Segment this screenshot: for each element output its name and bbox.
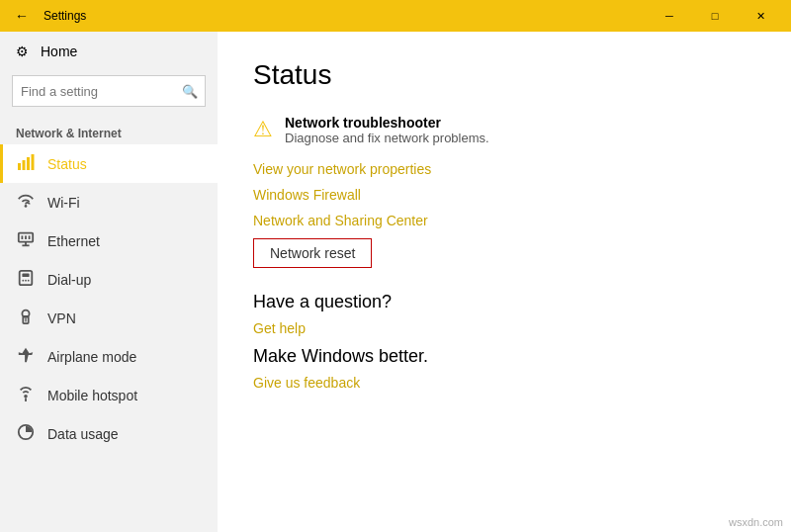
windows-firewall-link[interactable]: Windows Firewall	[253, 187, 755, 203]
page-title: Status	[253, 59, 755, 91]
sidebar-item-airplane[interactable]: Airplane mode	[0, 337, 218, 376]
sidebar-home-label: Home	[41, 44, 77, 59]
status-icon	[16, 153, 36, 174]
svg-rect-2	[27, 157, 30, 170]
svg-point-14	[25, 280, 27, 282]
sidebar-item-dialup-label: Dial-up	[47, 272, 91, 288]
titlebar: ← Settings ─ □ ✕	[0, 0, 791, 32]
vpn-icon	[16, 308, 36, 328]
svg-rect-3	[32, 154, 35, 170]
svg-rect-12	[22, 274, 29, 278]
sidebar-item-hotspot[interactable]: Mobile hotspot	[0, 376, 218, 414]
wifi-icon	[16, 192, 36, 213]
svg-rect-11	[20, 271, 33, 285]
data-usage-icon	[16, 423, 36, 444]
back-button[interactable]: ←	[8, 2, 36, 30]
home-icon: ⚙	[16, 44, 29, 59]
sidebar-item-status-label: Status	[47, 156, 87, 172]
watermark: wsxdn.com	[729, 516, 783, 528]
sidebar-item-vpn[interactable]: VPN	[0, 299, 218, 337]
sidebar-item-wifi-label: Wi-Fi	[47, 195, 80, 211]
sidebar-item-vpn-label: VPN	[47, 310, 76, 326]
make-better-heading: Make Windows better.	[253, 346, 755, 367]
get-help-link[interactable]: Get help	[253, 320, 755, 336]
sidebar-item-dialup[interactable]: Dial-up	[0, 260, 218, 299]
troubleshooter-text: Network troubleshooter Diagnose and fix …	[285, 115, 489, 145]
svg-point-13	[22, 280, 24, 282]
svg-rect-10	[29, 235, 31, 239]
app-body: ⚙ Home 🔍 Network & Internet Status	[0, 32, 791, 532]
sidebar-search-container: 🔍	[12, 75, 206, 107]
sidebar-item-status[interactable]: Status	[0, 144, 218, 183]
svg-point-4	[25, 205, 28, 208]
view-properties-link[interactable]: View your network properties	[253, 161, 755, 177]
sidebar-item-home[interactable]: ⚙ Home	[0, 32, 218, 71]
main-content: Status ⚠ Network troubleshooter Diagnose…	[218, 32, 791, 532]
sidebar-item-data[interactable]: Data usage	[0, 414, 218, 453]
airplane-icon	[16, 346, 36, 367]
search-input[interactable]	[12, 75, 206, 107]
sidebar-section-label: Network & Internet	[0, 119, 218, 144]
svg-rect-9	[25, 235, 27, 239]
hotspot-icon	[16, 385, 36, 405]
warning-icon: ⚠	[253, 117, 273, 142]
network-reset-button[interactable]: Network reset	[253, 238, 372, 268]
have-question-heading: Have a question?	[253, 292, 755, 312]
troubleshooter-block: ⚠ Network troubleshooter Diagnose and fi…	[253, 115, 755, 145]
sharing-center-link[interactable]: Network and Sharing Center	[253, 213, 755, 228]
svg-point-15	[28, 280, 30, 282]
svg-rect-0	[18, 163, 21, 170]
sidebar: ⚙ Home 🔍 Network & Internet Status	[0, 32, 218, 532]
dialup-icon	[16, 269, 36, 290]
feedback-link[interactable]: Give us feedback	[253, 375, 755, 391]
sidebar-item-data-label: Data usage	[47, 426, 119, 442]
maximize-button[interactable]: □	[692, 0, 738, 32]
troubleshooter-subtitle: Diagnose and fix network problems.	[285, 131, 489, 145]
window-title: Settings	[44, 9, 647, 23]
window-controls: ─ □ ✕	[647, 0, 783, 32]
sidebar-item-ethernet-label: Ethernet	[47, 233, 100, 249]
sidebar-item-airplane-label: Airplane mode	[47, 349, 136, 365]
svg-rect-1	[23, 160, 26, 170]
sidebar-item-hotspot-label: Mobile hotspot	[47, 388, 137, 403]
svg-rect-8	[22, 235, 24, 239]
svg-point-19	[24, 395, 28, 399]
search-icon: 🔍	[182, 84, 198, 99]
sidebar-item-ethernet[interactable]: Ethernet	[0, 222, 218, 260]
troubleshooter-title: Network troubleshooter	[285, 115, 489, 131]
ethernet-icon	[16, 230, 36, 251]
close-button[interactable]: ✕	[738, 0, 783, 32]
sidebar-item-wifi[interactable]: Wi-Fi	[0, 183, 218, 222]
minimize-button[interactable]: ─	[647, 0, 692, 32]
